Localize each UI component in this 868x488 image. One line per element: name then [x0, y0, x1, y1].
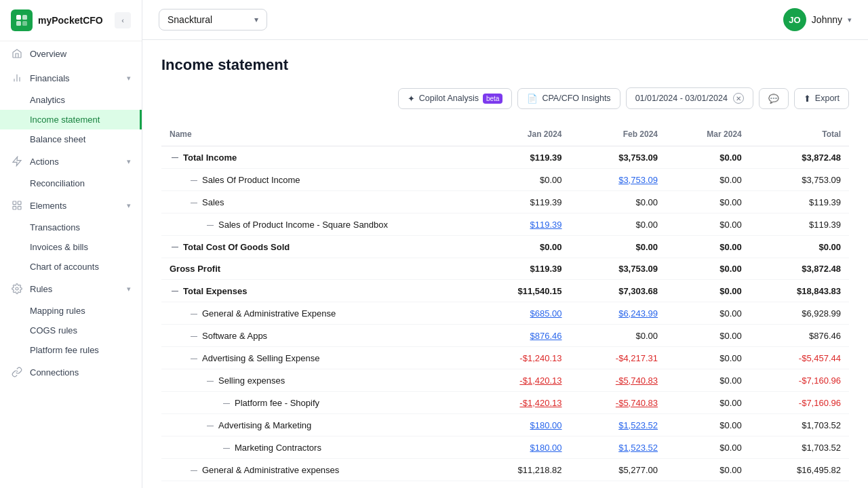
collapse-button[interactable]: — — [189, 464, 199, 475]
sidebar-item-financials[interactable]: Financials ▾ — [0, 66, 142, 90]
company-selector[interactable]: Snacktural ▾ — [159, 9, 267, 30]
col-mar: Mar 2024 — [666, 123, 750, 146]
svg-point-9 — [16, 287, 18, 290]
sidebar-item-connections[interactable]: Connections — [0, 360, 142, 384]
row-value-jan[interactable]: -$1,420.13 — [519, 398, 561, 408]
date-range-button[interactable]: 01/01/2024 - 03/01/2024 ✕ — [626, 87, 753, 109]
export-icon: ⬆ — [804, 94, 811, 104]
sidebar-item-transactions[interactable]: Transactions — [0, 218, 142, 237]
row-value-feb[interactable]: $1,523.52 — [618, 443, 658, 453]
collapse-button[interactable]: — — [189, 308, 199, 319]
collapse-button[interactable]: — — [205, 219, 216, 230]
row-name: Platform fee - Shopify — [235, 398, 319, 408]
collapse-button[interactable]: — — [170, 152, 180, 163]
collapse-button[interactable]: — — [205, 375, 216, 386]
svg-rect-5 — [13, 201, 16, 205]
row-value-total: $3,872.48 — [802, 152, 841, 163]
row-value-jan: $119.39 — [530, 264, 562, 274]
row-value-total: -$7,160.96 — [799, 375, 841, 386]
table-row: —Payroll & Benefits$7,520.68$5,235.00$0.… — [161, 481, 849, 489]
row-value-feb[interactable]: -$5,740.83 — [616, 398, 658, 408]
row-name: General & Administrative Expense — [202, 308, 336, 319]
sidebar-item-rules[interactable]: Rules ▾ — [0, 277, 142, 301]
sidebar-item-reconciliation[interactable]: Reconciliation — [0, 174, 142, 193]
beta-badge: beta — [483, 94, 502, 104]
sidebar-item-financials-label: Financials — [30, 73, 70, 83]
row-value-feb[interactable]: $6,243.99 — [618, 308, 658, 319]
svg-rect-1 — [16, 15, 21, 20]
sidebar-item-actions[interactable]: Actions ▾ — [0, 149, 142, 174]
row-name: Sales of Product Income - Square Sandbox — [218, 220, 388, 230]
collapse-button[interactable]: — — [189, 330, 199, 341]
row-value-jan[interactable]: $180.00 — [530, 443, 562, 453]
row-value-total: -$5,457.44 — [799, 353, 841, 363]
sidebar-item-overview-label: Overview — [30, 49, 66, 59]
table-row: —General & Administrative Expense$685.00… — [161, 302, 849, 325]
row-name: General & Administrative expenses — [202, 465, 339, 475]
export-button[interactable]: ⬆ Export — [794, 88, 849, 109]
row-value-feb: -$4,217.31 — [616, 353, 658, 363]
row-value-feb[interactable]: -$5,740.83 — [616, 375, 658, 386]
collapse-button[interactable]: — — [221, 442, 232, 453]
collapse-button[interactable]: — — [189, 197, 199, 207]
row-value-jan[interactable]: $685.00 — [530, 308, 562, 319]
user-area[interactable]: JO Johnny ▾ — [783, 8, 852, 31]
sidebar-item-cogs-rules[interactable]: COGS rules — [0, 321, 142, 340]
grid-icon — [11, 199, 23, 211]
row-value-mar: $0.00 — [719, 331, 742, 341]
svg-rect-3 — [16, 21, 21, 26]
row-value-total: $16,495.82 — [797, 465, 841, 475]
row-value-jan[interactable]: $119.39 — [530, 220, 562, 230]
company-chevron-icon: ▾ — [254, 15, 258, 24]
comment-button[interactable]: 💬 — [759, 88, 789, 109]
row-value-jan[interactable]: $180.00 — [530, 420, 562, 430]
collapse-button[interactable]: — — [189, 352, 199, 363]
cpa-insights-button[interactable]: 📄 CPA/CFO Insights — [517, 88, 620, 109]
actions-chevron: ▾ — [127, 157, 131, 166]
row-name: Total Cost Of Goods Sold — [183, 242, 290, 252]
sidebar-item-invoices[interactable]: Invoices & bills — [0, 237, 142, 257]
elements-chevron: ▾ — [127, 201, 131, 210]
sidebar-item-mapping-rules[interactable]: Mapping rules — [0, 301, 142, 321]
collapse-button[interactable]: — — [170, 285, 180, 296]
row-value-jan: $119.39 — [530, 197, 562, 207]
zap-icon — [11, 155, 23, 167]
row-name: Selling expenses — [218, 375, 285, 386]
sidebar: myPocketCFO ‹ Overview Financials ▾ Anal… — [0, 0, 142, 488]
collapse-button[interactable]: — — [221, 397, 232, 408]
sidebar-logo: myPocketCFO ‹ — [0, 0, 142, 41]
collapse-button[interactable]: — — [189, 174, 199, 185]
sidebar-item-overview[interactable]: Overview — [0, 41, 142, 66]
row-value-total: $0.00 — [818, 242, 841, 252]
row-value-mar: $0.00 — [719, 264, 742, 274]
sidebar-item-income-statement[interactable]: Income statement — [0, 110, 142, 129]
sidebar-item-balance-sheet[interactable]: Balance sheet — [0, 129, 142, 149]
table-row: —Sales$119.39$0.00$0.00$119.39 — [161, 191, 849, 214]
row-value-feb[interactable]: $3,753.09 — [618, 175, 658, 185]
sidebar-item-chart-of-accounts[interactable]: Chart of accounts — [0, 257, 142, 277]
info-icon[interactable]: ✕ — [733, 93, 744, 104]
row-value-jan[interactable]: $876.46 — [530, 331, 562, 341]
table-row: —Total Cost Of Goods Sold$0.00$0.00$0.00… — [161, 236, 849, 258]
row-value-mar: $0.00 — [719, 197, 742, 207]
row-value-mar: $0.00 — [719, 175, 742, 185]
collapse-button[interactable]: — — [205, 420, 216, 430]
cpa-label: CPA/CFO Insights — [542, 94, 610, 103]
col-jan: Jan 2024 — [471, 123, 570, 146]
sidebar-item-elements-label: Elements — [30, 201, 66, 211]
col-feb: Feb 2024 — [570, 123, 666, 146]
row-value-mar: $0.00 — [719, 152, 742, 163]
rules-chevron: ▾ — [127, 285, 131, 293]
row-name: Sales Of Product Income — [202, 175, 300, 185]
collapse-button[interactable]: — — [170, 241, 180, 252]
row-value-jan[interactable]: -$1,420.13 — [519, 375, 561, 386]
sidebar-item-platform-fee-rules[interactable]: Platform fee rules — [0, 340, 142, 360]
sidebar-item-elements[interactable]: Elements ▾ — [0, 193, 142, 218]
link-icon — [11, 366, 23, 378]
user-chevron-icon: ▾ — [848, 16, 852, 24]
comment-icon: 💬 — [768, 94, 779, 104]
sidebar-item-analytics[interactable]: Analytics — [0, 90, 142, 110]
row-value-feb[interactable]: $1,523.52 — [618, 420, 658, 430]
sidebar-back-button[interactable]: ‹ — [115, 12, 131, 28]
copilot-analysis-button[interactable]: ✦ Copilot Analysis beta — [398, 88, 513, 109]
